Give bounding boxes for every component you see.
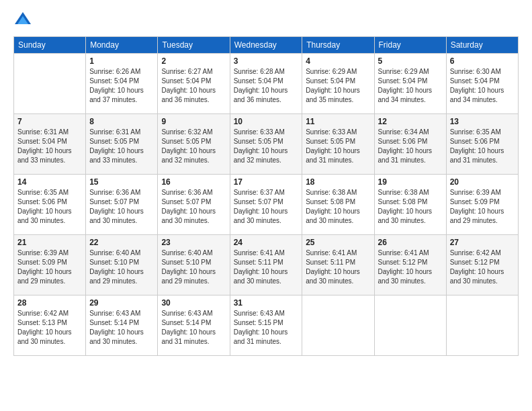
day-cell: 20Sunrise: 6:39 AM Sunset: 5:09 PM Dayli… (446, 175, 518, 235)
day-number: 2 (161, 56, 226, 66)
day-info: Sunrise: 6:37 AM Sunset: 5:07 PM Dayligh… (234, 188, 299, 226)
day-info: Sunrise: 6:33 AM Sunset: 5:05 PM Dayligh… (306, 128, 370, 165)
weekday-header-tuesday: Tuesday (158, 37, 230, 54)
day-number: 5 (378, 56, 443, 66)
day-info: Sunrise: 6:43 AM Sunset: 5:14 PM Dayligh… (161, 309, 226, 347)
day-info: Sunrise: 6:42 AM Sunset: 5:12 PM Dayligh… (450, 248, 515, 286)
day-number: 20 (450, 177, 515, 187)
day-info: Sunrise: 6:35 AM Sunset: 5:06 PM Dayligh… (450, 128, 515, 165)
day-cell: 25Sunrise: 6:41 AM Sunset: 5:11 PM Dayli… (302, 235, 374, 295)
day-cell: 6Sunrise: 6:30 AM Sunset: 5:04 PM Daylig… (446, 54, 518, 114)
day-cell: 10Sunrise: 6:33 AM Sunset: 5:05 PM Dayli… (230, 114, 302, 175)
day-info: Sunrise: 6:39 AM Sunset: 5:09 PM Dayligh… (17, 248, 82, 286)
day-cell: 1Sunrise: 6:26 AM Sunset: 5:04 PM Daylig… (86, 54, 158, 114)
day-info: Sunrise: 6:33 AM Sunset: 5:05 PM Dayligh… (234, 128, 299, 165)
day-info: Sunrise: 6:36 AM Sunset: 5:07 PM Dayligh… (89, 188, 154, 226)
week-row-1: 7Sunrise: 6:31 AM Sunset: 5:04 PM Daylig… (14, 114, 519, 175)
header-area (13, 11, 519, 30)
day-cell: 18Sunrise: 6:38 AM Sunset: 5:08 PM Dayli… (302, 175, 374, 235)
day-info: Sunrise: 6:41 AM Sunset: 5:11 PM Dayligh… (234, 248, 299, 286)
day-cell: 22Sunrise: 6:40 AM Sunset: 5:10 PM Dayli… (86, 235, 158, 295)
day-number: 24 (234, 238, 299, 247)
day-cell (14, 54, 86, 114)
day-info: Sunrise: 6:34 AM Sunset: 5:06 PM Dayligh… (378, 128, 443, 165)
weekday-header-row: SundayMondayTuesdayWednesdayThursdayFrid… (14, 37, 519, 54)
day-number: 18 (306, 177, 370, 187)
weekday-header-thursday: Thursday (302, 37, 374, 54)
day-cell: 21Sunrise: 6:39 AM Sunset: 5:09 PM Dayli… (14, 235, 86, 295)
day-info: Sunrise: 6:30 AM Sunset: 5:04 PM Dayligh… (450, 67, 515, 105)
day-cell: 24Sunrise: 6:41 AM Sunset: 5:11 PM Dayli… (230, 235, 302, 295)
week-row-4: 28Sunrise: 6:42 AM Sunset: 5:13 PM Dayli… (14, 295, 519, 356)
week-row-3: 21Sunrise: 6:39 AM Sunset: 5:09 PM Dayli… (14, 235, 519, 295)
week-row-0: 1Sunrise: 6:26 AM Sunset: 5:04 PM Daylig… (14, 54, 519, 114)
day-info: Sunrise: 6:38 AM Sunset: 5:08 PM Dayligh… (306, 188, 370, 226)
day-cell: 16Sunrise: 6:36 AM Sunset: 5:07 PM Dayli… (158, 175, 230, 235)
day-number: 13 (450, 117, 515, 126)
day-number: 22 (89, 238, 154, 247)
day-info: Sunrise: 6:26 AM Sunset: 5:04 PM Dayligh… (89, 67, 154, 105)
day-info: Sunrise: 6:35 AM Sunset: 5:06 PM Dayligh… (17, 188, 82, 226)
day-cell: 9Sunrise: 6:32 AM Sunset: 5:05 PM Daylig… (158, 114, 230, 175)
day-cell: 7Sunrise: 6:31 AM Sunset: 5:04 PM Daylig… (14, 114, 86, 175)
day-info: Sunrise: 6:38 AM Sunset: 5:08 PM Dayligh… (378, 188, 443, 226)
day-number: 27 (450, 238, 515, 247)
day-number: 16 (161, 177, 226, 187)
day-cell: 4Sunrise: 6:29 AM Sunset: 5:04 PM Daylig… (302, 54, 374, 114)
weekday-header-sunday: Sunday (14, 37, 86, 54)
day-cell: 31Sunrise: 6:43 AM Sunset: 5:15 PM Dayli… (230, 295, 302, 356)
day-cell: 5Sunrise: 6:29 AM Sunset: 5:04 PM Daylig… (374, 54, 446, 114)
day-number: 8 (89, 117, 154, 126)
day-number: 28 (17, 298, 82, 308)
day-info: Sunrise: 6:29 AM Sunset: 5:04 PM Dayligh… (306, 67, 370, 105)
day-info: Sunrise: 6:40 AM Sunset: 5:10 PM Dayligh… (161, 248, 226, 286)
day-info: Sunrise: 6:43 AM Sunset: 5:14 PM Dayligh… (89, 309, 154, 347)
day-number: 11 (306, 117, 370, 126)
day-cell: 29Sunrise: 6:43 AM Sunset: 5:14 PM Dayli… (86, 295, 158, 356)
day-info: Sunrise: 6:28 AM Sunset: 5:04 PM Dayligh… (234, 67, 299, 105)
day-cell: 27Sunrise: 6:42 AM Sunset: 5:12 PM Dayli… (446, 235, 518, 295)
day-cell: 17Sunrise: 6:37 AM Sunset: 5:07 PM Dayli… (230, 175, 302, 235)
day-info: Sunrise: 6:29 AM Sunset: 5:04 PM Dayligh… (378, 67, 443, 105)
day-number: 19 (378, 177, 443, 187)
day-cell (302, 295, 374, 356)
day-number: 23 (161, 238, 226, 247)
day-cell (374, 295, 446, 356)
day-info: Sunrise: 6:41 AM Sunset: 5:11 PM Dayligh… (306, 248, 370, 286)
day-info: Sunrise: 6:36 AM Sunset: 5:07 PM Dayligh… (161, 188, 226, 226)
logo-icon (13, 11, 32, 30)
day-info: Sunrise: 6:39 AM Sunset: 5:09 PM Dayligh… (450, 188, 515, 226)
day-number: 26 (378, 238, 443, 247)
day-cell: 23Sunrise: 6:40 AM Sunset: 5:10 PM Dayli… (158, 235, 230, 295)
day-cell: 26Sunrise: 6:41 AM Sunset: 5:12 PM Dayli… (374, 235, 446, 295)
day-number: 6 (450, 56, 515, 66)
day-info: Sunrise: 6:41 AM Sunset: 5:12 PM Dayligh… (378, 248, 443, 286)
day-info: Sunrise: 6:31 AM Sunset: 5:05 PM Dayligh… (89, 128, 154, 165)
week-row-2: 14Sunrise: 6:35 AM Sunset: 5:06 PM Dayli… (14, 175, 519, 235)
day-number: 9 (161, 117, 226, 126)
day-cell: 12Sunrise: 6:34 AM Sunset: 5:06 PM Dayli… (374, 114, 446, 175)
day-cell (446, 295, 518, 356)
weekday-header-friday: Friday (374, 37, 446, 54)
day-number: 12 (378, 117, 443, 126)
day-number: 1 (89, 56, 154, 66)
day-cell: 15Sunrise: 6:36 AM Sunset: 5:07 PM Dayli… (86, 175, 158, 235)
weekday-header-monday: Monday (86, 37, 158, 54)
day-number: 14 (17, 177, 82, 187)
day-cell: 8Sunrise: 6:31 AM Sunset: 5:05 PM Daylig… (86, 114, 158, 175)
day-number: 15 (89, 177, 154, 187)
day-info: Sunrise: 6:43 AM Sunset: 5:15 PM Dayligh… (234, 309, 299, 347)
page: SundayMondayTuesdayWednesdayThursdayFrid… (0, 0, 532, 411)
day-info: Sunrise: 6:42 AM Sunset: 5:13 PM Dayligh… (17, 309, 82, 347)
day-cell: 3Sunrise: 6:28 AM Sunset: 5:04 PM Daylig… (230, 54, 302, 114)
day-info: Sunrise: 6:40 AM Sunset: 5:10 PM Dayligh… (89, 248, 154, 286)
day-cell: 13Sunrise: 6:35 AM Sunset: 5:06 PM Dayli… (446, 114, 518, 175)
day-cell: 2Sunrise: 6:27 AM Sunset: 5:04 PM Daylig… (158, 54, 230, 114)
day-info: Sunrise: 6:27 AM Sunset: 5:04 PM Dayligh… (161, 67, 226, 105)
day-number: 17 (234, 177, 299, 187)
day-number: 29 (89, 298, 154, 308)
weekday-header-wednesday: Wednesday (230, 37, 302, 54)
day-info: Sunrise: 6:31 AM Sunset: 5:04 PM Dayligh… (17, 128, 82, 165)
logo (13, 11, 35, 30)
day-number: 31 (234, 298, 299, 308)
